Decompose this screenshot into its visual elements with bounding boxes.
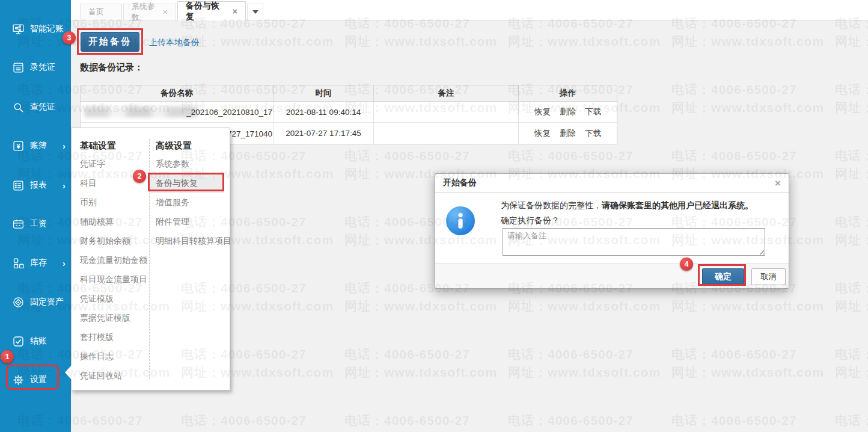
section-title: 数据备份记录： [80,62,143,73]
sidebar-item-fixed-assets[interactable]: 固定资产 [0,293,71,311]
watermark-text: 电话：4006-6500-27网址：www.tdxsoft.com [671,412,824,432]
ledger-icon: ¥ [12,140,25,152]
backup-note-input[interactable] [503,228,765,256]
cancel-button[interactable]: 取消 [751,268,786,285]
column-header-actions: 操作 [518,85,617,101]
message-text: 为保证备份数据的完整性， [501,200,602,210]
close-tab-icon[interactable]: × [163,8,168,16]
menu-item[interactable]: 辅助核算 [80,212,147,232]
confirm-question: 确定执行备份？ [501,213,753,228]
backup-note-cell [373,102,518,122]
dialog-title: 开始备份 [443,177,477,188]
tab-system-params-label: 系统参数 [132,1,157,23]
ok-button[interactable]: 确定 [702,268,744,285]
menu-item[interactable]: 票据凭证模版 [80,309,147,328]
watermark-text: 电话：4006-6500-27网址：www.tdxsoft.com [671,81,824,117]
table-header-row: 备份名称 时间 备注 操作 [81,85,617,102]
menu-item[interactable]: 附件管理 [156,212,231,232]
dialog-title-bar: 开始备份 × [435,174,789,193]
watermark-text: 电话：4006-6500-27网址：www.tdxsoft.com [835,147,868,183]
sidebar-item-payroll[interactable]: 工资 [0,215,71,233]
menu-item-backup-restore[interactable]: 备份与恢复 [150,174,224,193]
sidebar-item-closing[interactable]: 结账 [0,332,71,350]
settings-popup-menu: 基础设置 凭证字 科目 币别 辅助核算 财务初始余额 现金流量初始金额 科目现金… [71,128,230,390]
popup-arrow-left-icon [65,365,72,380]
chevron-down-icon [252,10,258,14]
sidebar-item-inventory[interactable]: 库存 › [0,254,71,272]
tab-backup-restore-label: 备份与恢复 [186,1,227,22]
menu-item[interactable]: 币别 [80,193,147,212]
settings-gear-icon [12,374,25,386]
sidebar-item-label: 账簿 [30,140,47,151]
sidebar-item-voucher-entry[interactable]: 录凭证 [0,58,71,76]
voucher-search-icon [12,101,25,114]
menu-item[interactable]: 科目现金流量项目 [80,270,147,289]
backup-actions-cell: 恢复 删除 下载 [518,123,617,144]
advanced-settings-column: 高级设置 系统参数 备份与恢复 增值服务 附件管理 明细科目转核算项目 [156,137,231,251]
close-icon[interactable]: × [775,178,781,188]
start-backup-button[interactable]: 开始备份 [81,32,139,52]
menu-item[interactable]: 凭证模版 [80,289,147,309]
menu-item[interactable]: 科目 [80,174,147,193]
watermark-text: 电话：4006-6500-27网址：www.tdxsoft.com [344,345,497,381]
start-backup-dialog: 开始备份 × 为保证备份数据的完整性，请确保账套里的其他用户已经退出系统。 确定… [435,173,789,289]
message-bold-text: 请确保账套里的其他用户已经退出系统。 [602,200,753,210]
delete-link[interactable]: 删除 [560,128,576,139]
backup-name-cell: _202106_20210810_17 [81,102,273,122]
menu-item[interactable]: 套打模版 [80,328,147,347]
tab-list-dropdown[interactable] [247,4,263,20]
menu-item[interactable]: 现金流量初始金额 [80,251,147,270]
chevron-right-icon: › [63,259,66,268]
menu-item[interactable]: 凭证回收站 [80,366,147,386]
advanced-settings-title: 高级设置 [156,137,231,155]
backup-time-cell: 2021-08-11 09:40:14 [273,102,373,122]
close-tab-icon[interactable]: × [233,7,237,16]
sidebar-item-smart-accounting[interactable]: 智能记账 [0,20,71,38]
download-link[interactable]: 下载 [585,106,601,117]
menu-item[interactable]: 增值服务 [156,193,231,212]
backup-actions-cell: 恢复 删除 下载 [518,102,617,122]
tab-system-params[interactable]: 系统参数 × [123,4,176,20]
report-icon [12,179,25,192]
watermark-text: 电话：4006-6500-27网址：www.tdxsoft.com [344,412,497,432]
upload-local-backup-link[interactable]: 上传本地备份 [149,37,200,48]
watermark-text: 电话：4006-6500-27网址：www.tdxsoft.com [835,279,868,315]
redacted-backup-name [84,106,197,117]
tab-strip: 首页 系统参数 × 备份与恢复 × [0,0,868,20]
column-header-name: 备份名称 [81,85,273,101]
menu-item[interactable]: 明细科目转核算项目 [156,232,231,251]
sidebar-item-reports[interactable]: 报表 › [0,176,71,194]
menu-item[interactable]: 系统参数 [156,155,231,174]
voucher-entry-icon [12,61,25,74]
basic-settings-title: 基础设置 [80,137,147,155]
tab-home[interactable]: 首页 [80,4,122,20]
backup-time-cell: 2021-07-27 17:17:45 [273,123,373,144]
inventory-icon [12,257,25,270]
sidebar-item-voucher-search[interactable]: 查凭证 [0,98,71,116]
dialog-message: 为保证备份数据的完整性，请确保账套里的其他用户已经退出系统。 确定执行备份？ [501,198,753,228]
checkout-icon [12,335,25,348]
restore-link[interactable]: 恢复 [534,106,551,117]
watermark-text: 电话：4006-6500-27网址：www.tdxsoft.com [508,345,661,381]
tab-home-label: 首页 [88,7,104,17]
payroll-icon [12,218,25,230]
column-header-note: 备注 [373,85,518,101]
restore-link[interactable]: 恢复 [534,128,551,139]
column-header-time: 时间 [273,85,373,101]
sidebar-item-settings[interactable]: 设置 [0,371,71,389]
menu-item[interactable]: 操作日志 [80,347,147,366]
menu-item[interactable]: 凭证字 [80,155,147,174]
delete-link[interactable]: 删除 [560,106,576,117]
sidebar-item-ledger[interactable]: ¥ 账簿 › [0,137,71,155]
watermark-text: 电话：4006-6500-27网址：www.tdxsoft.com [835,345,868,381]
sidebar-item-label: 报表 [30,180,47,191]
sidebar-item-label: 查凭证 [30,102,55,113]
watermark-text: 电话：4006-6500-27网址：www.tdxsoft.com [835,412,868,432]
tab-backup-restore[interactable]: 备份与恢复 × [177,1,246,20]
backup-note-cell [373,123,518,144]
sidebar-item-label: 固定资产 [30,297,64,307]
chevron-right-icon: › [63,141,66,150]
info-icon [445,206,475,236]
menu-item[interactable]: 财务初始余额 [80,232,147,251]
download-link[interactable]: 下载 [585,128,601,139]
